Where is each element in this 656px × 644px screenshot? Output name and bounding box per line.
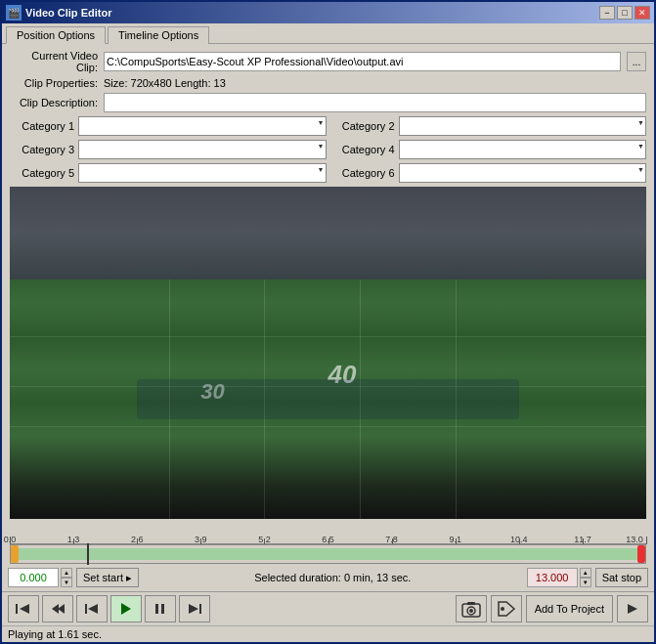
tag-button[interactable] xyxy=(491,595,522,623)
timeline-playhead[interactable] xyxy=(87,543,89,565)
category-6-label: Category 6 xyxy=(330,167,395,179)
category-grid: Category 1 Category 2 Category 3 xyxy=(10,116,646,183)
skip-to-start-button[interactable] xyxy=(8,595,39,623)
svg-rect-9 xyxy=(199,604,201,614)
start-time-up-button[interactable]: ▲ xyxy=(61,568,72,578)
category-5-select[interactable] xyxy=(78,163,327,183)
close-button[interactable]: ✕ xyxy=(634,6,650,20)
prev-frame-icon xyxy=(84,602,100,616)
prev-frame-button[interactable] xyxy=(76,595,108,623)
svg-point-16 xyxy=(501,607,504,611)
end-time-down-button[interactable]: ▼ xyxy=(580,578,591,587)
timeline-end-handle[interactable] xyxy=(637,545,645,563)
app-icon: 🎬 xyxy=(6,5,22,21)
end-time-input[interactable] xyxy=(527,568,578,587)
category-2-label: Category 2 xyxy=(330,120,395,132)
end-time-spinners: ▲ ▼ xyxy=(580,568,591,587)
ruler-tick-10 xyxy=(646,537,647,544)
category-4-select[interactable] xyxy=(399,140,647,159)
category-4-row: Category 4 xyxy=(330,140,647,159)
timeline-track[interactable] xyxy=(10,544,646,564)
transport-bar: Add To Project xyxy=(2,591,654,625)
svg-rect-4 xyxy=(85,604,87,614)
clip-description-label: Clip Description: xyxy=(10,97,98,108)
category-6-select[interactable] xyxy=(399,163,647,183)
pause-button[interactable] xyxy=(145,595,176,623)
clip-properties-label: Clip Properties: xyxy=(10,77,98,89)
horiz-line-3 xyxy=(10,426,646,427)
category-4-label: Category 4 xyxy=(330,144,395,155)
svg-marker-1 xyxy=(20,604,29,614)
svg-rect-8 xyxy=(161,604,164,614)
snapshot-icon xyxy=(460,599,482,619)
next-arrow-icon xyxy=(626,602,639,616)
transport-right-controls: Add To Project xyxy=(456,595,648,623)
maximize-button[interactable]: □ xyxy=(617,6,633,20)
window-title: Video Clip Editor xyxy=(25,7,599,19)
category-2-row: Category 2 xyxy=(330,116,647,136)
tab-position-options[interactable]: Position Options xyxy=(6,26,106,44)
pause-icon xyxy=(153,602,168,616)
timeline-start-handle[interactable] xyxy=(11,545,19,563)
category-3-select-wrapper xyxy=(78,140,327,159)
category-6-row: Category 6 xyxy=(330,163,647,183)
add-to-project-button[interactable]: Add To Project xyxy=(526,595,613,623)
clip-description-row: Clip Description: xyxy=(10,93,646,112)
tab-timeline-options[interactable]: Timeline Options xyxy=(108,26,209,44)
set-start-button[interactable]: Set start ▸ xyxy=(76,568,139,587)
main-content: Current Video Clip: ... Clip Properties:… xyxy=(2,44,654,523)
players-area xyxy=(137,379,519,419)
next-arrow-button[interactable] xyxy=(617,595,648,623)
clip-properties-value: Size: 720x480 Length: 13 xyxy=(104,77,226,89)
clip-description-input[interactable] xyxy=(104,93,646,112)
start-time-spinners: ▲ ▼ xyxy=(61,568,72,587)
category-2-select-wrapper xyxy=(399,116,647,136)
clip-properties-row: Clip Properties: Size: 720x480 Length: 1… xyxy=(10,77,646,89)
category-1-select[interactable] xyxy=(78,116,327,136)
category-3-select[interactable] xyxy=(78,140,327,159)
prev-frames-button[interactable] xyxy=(42,595,73,623)
svg-rect-7 xyxy=(155,604,158,614)
category-2-select[interactable] xyxy=(399,116,647,136)
category-1-label: Category 1 xyxy=(10,120,74,132)
current-video-clip-label: Current Video Clip: xyxy=(10,50,98,73)
svg-marker-10 xyxy=(189,604,198,614)
window-controls: − □ ✕ xyxy=(599,6,650,20)
prev-frames-icon xyxy=(50,602,66,616)
svg-rect-0 xyxy=(16,604,18,614)
category-5-label: Category 5 xyxy=(10,167,74,179)
svg-marker-2 xyxy=(52,604,59,614)
svg-marker-6 xyxy=(121,603,131,615)
status-bar: Playing at 1.61 sec. xyxy=(2,625,654,642)
snapshot-button[interactable] xyxy=(456,595,487,623)
start-time-down-button[interactable]: ▼ xyxy=(61,578,72,587)
start-time-group: ▲ ▼ xyxy=(8,568,72,587)
svg-marker-5 xyxy=(88,604,98,614)
svg-rect-13 xyxy=(467,602,475,605)
category-3-row: Category 3 xyxy=(10,140,327,159)
category-3-label: Category 3 xyxy=(10,144,74,155)
category-6-select-wrapper xyxy=(399,163,647,183)
start-time-input[interactable] xyxy=(8,568,59,587)
skip-end-icon xyxy=(187,602,202,616)
category-1-select-wrapper xyxy=(78,116,327,136)
timeline-controls-bar: ▲ ▼ Set start ▸ Selected duration: 0 min… xyxy=(2,566,654,589)
current-video-clip-input[interactable] xyxy=(104,52,621,71)
svg-point-14 xyxy=(469,609,473,613)
duration-label: Selected duration: 0 min, 13 sec. xyxy=(143,572,523,583)
minimize-button[interactable]: − xyxy=(599,6,615,20)
current-video-clip-row: Current Video Clip: ... xyxy=(10,50,646,73)
end-time-up-button[interactable]: ▲ xyxy=(580,568,591,578)
stands-bg xyxy=(10,187,646,279)
tab-bar: Position Options Timeline Options xyxy=(2,23,654,44)
timeline-ruler: 0.0 1.3 2.6 3.9 5.2 6.5 7.8 9.1 10.4 11.… xyxy=(10,527,646,544)
set-stop-button[interactable]: Sat stop xyxy=(595,568,648,587)
svg-marker-3 xyxy=(58,604,65,614)
browse-button[interactable]: ... xyxy=(627,52,646,71)
category-1-row: Category 1 xyxy=(10,116,327,136)
timeline-section: 0.0 1.3 2.6 3.9 5.2 6.5 7.8 9.1 10.4 11.… xyxy=(2,523,654,591)
status-text: Playing at 1.61 sec. xyxy=(8,628,102,640)
main-window: 🎬 Video Clip Editor − □ ✕ Position Optio… xyxy=(0,0,656,644)
play-button[interactable] xyxy=(110,595,142,623)
skip-to-end-button[interactable] xyxy=(179,595,210,623)
